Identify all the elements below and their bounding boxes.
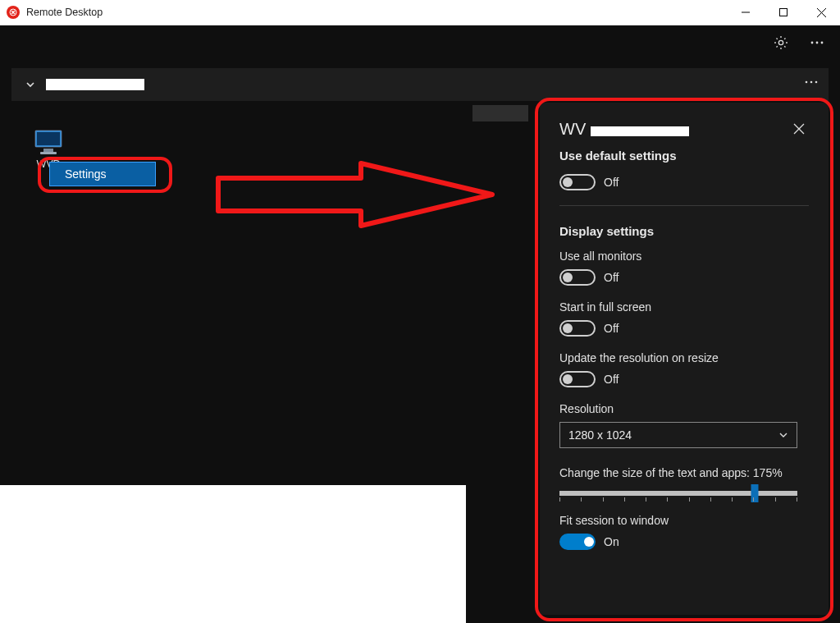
use-default-settings-state: Off <box>604 176 619 189</box>
svg-point-4 <box>816 42 819 44</box>
divider <box>559 205 809 206</box>
text-size-label: Change the size of the text and apps: 17… <box>559 466 809 479</box>
text-size-slider[interactable] <box>559 491 797 496</box>
annotation-arrow-icon <box>213 155 509 234</box>
blank-region <box>0 485 466 623</box>
panel-title-redacted <box>591 126 689 136</box>
svg-rect-10 <box>37 132 60 145</box>
svg-point-2 <box>778 40 783 44</box>
svg-rect-1 <box>780 9 788 16</box>
chevron-down-icon <box>778 430 788 440</box>
update-resolution-resize-label: Update the resolution on resize <box>559 351 809 364</box>
fit-session-toggle[interactable] <box>559 534 596 550</box>
resolution-label: Resolution <box>559 402 809 415</box>
use-all-monitors-toggle[interactable] <box>559 269 596 286</box>
start-full-screen-state: Off <box>604 322 619 335</box>
svg-point-6 <box>806 81 808 84</box>
svg-point-7 <box>810 81 813 84</box>
start-full-screen-toggle[interactable] <box>559 320 596 337</box>
svg-point-3 <box>811 42 814 44</box>
context-menu-item-settings[interactable]: Settings <box>50 163 155 186</box>
start-full-screen-label: Start in full screen <box>559 300 809 314</box>
update-resolution-resize-toggle[interactable] <box>559 371 596 387</box>
gear-icon[interactable] <box>766 28 796 57</box>
window-maximize-button[interactable] <box>765 0 802 25</box>
workspace-header-bar[interactable] <box>11 68 829 101</box>
context-menu: Settings <box>49 162 156 186</box>
app-surface: WVD Settings WV Use default settings Off… <box>0 25 840 623</box>
workspace-more-icon[interactable] <box>804 75 819 93</box>
use-default-settings-toggle[interactable] <box>559 174 596 190</box>
settings-panel: WV Use default settings Off Display sett… <box>540 103 829 615</box>
computer-icon <box>32 129 65 155</box>
slider-ticks <box>559 497 797 502</box>
display-settings-header: Display settings <box>559 224 809 238</box>
window-title: Remote Desktop <box>26 7 103 18</box>
close-icon[interactable] <box>789 119 809 139</box>
fit-session-state: On <box>604 535 619 548</box>
more-icon[interactable] <box>802 28 832 57</box>
svg-rect-11 <box>43 149 53 152</box>
fit-session-label: Fit session to window <box>559 514 809 527</box>
resolution-value: 1280 x 1024 <box>568 428 632 442</box>
svg-point-8 <box>815 81 818 84</box>
window-close-button[interactable] <box>802 0 840 25</box>
resolution-select[interactable]: 1280 x 1024 <box>559 422 797 448</box>
panel-title: WV <box>559 120 689 139</box>
window-titlebar: Remote Desktop <box>0 0 840 25</box>
use-default-settings-label: Use default settings <box>559 149 809 163</box>
svg-point-5 <box>821 42 824 44</box>
panel-tab-indicator <box>472 105 528 121</box>
update-resolution-resize-state: Off <box>604 373 619 386</box>
app-icon <box>7 6 20 19</box>
chevron-down-icon[interactable] <box>20 74 41 95</box>
workspace-name-redacted <box>46 79 144 90</box>
window-minimize-button[interactable] <box>727 0 765 25</box>
svg-rect-12 <box>40 152 57 154</box>
app-topbar <box>0 25 840 60</box>
use-all-monitors-label: Use all monitors <box>559 250 809 263</box>
use-all-monitors-state: Off <box>604 271 619 284</box>
